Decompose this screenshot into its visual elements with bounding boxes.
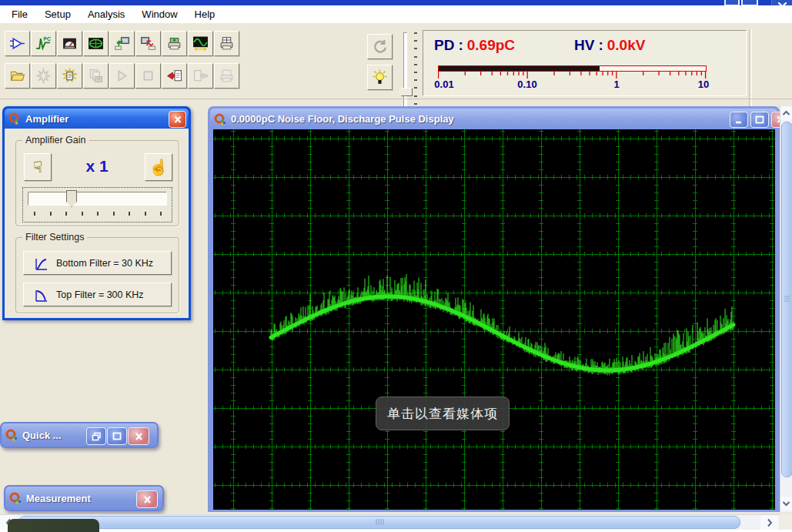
play-button[interactable] — [109, 63, 135, 89]
window-import-icon — [114, 35, 130, 52]
quick-window[interactable]: Quick ... — [0, 422, 159, 448]
scale-bar — [438, 65, 707, 72]
toolbar-row-2 — [5, 63, 240, 89]
print-grid-button[interactable] — [214, 31, 239, 56]
meter-readout: PD : 0.69pC HV : 0.0kV — [423, 37, 746, 55]
window-import-button[interactable] — [109, 31, 135, 56]
maximize-button[interactable] — [750, 112, 769, 128]
vertical-scroll-thumb[interactable] — [781, 122, 792, 477]
bottom-filter-button[interactable]: Bottom Filter = 30 KHz — [23, 251, 172, 275]
amplifier-titlebar[interactable]: Amplifier — [5, 109, 189, 129]
pd-separator: : — [454, 37, 466, 54]
refresh-icon — [372, 38, 388, 55]
maximize-button[interactable] — [107, 427, 127, 445]
app-icon — [9, 492, 22, 504]
scale-labels: 0.01 0.10 1 10 — [438, 79, 707, 91]
oscilloscope-graticule — [213, 129, 775, 510]
pd-hv-meter-panel: PD : 0.69pC HV : 0.0kV 0.01 0.10 — [423, 30, 747, 96]
outer-titlebar — [0, 0, 792, 5]
close-button[interactable] — [771, 112, 780, 128]
meter-button[interactable] — [57, 31, 82, 56]
close-button[interactable] — [169, 111, 186, 128]
menu-bar: File Setup Analysis Window Help — [0, 5, 792, 22]
measurement-window[interactable]: Measurement — [4, 485, 164, 511]
menu-file[interactable]: File — [3, 7, 36, 22]
lightbulb-button[interactable] — [367, 65, 393, 90]
amplifier-body: Amplifier Gain ☟ ☝ x 1 Filter Settings B… — [5, 129, 189, 318]
pd-label: PD — [434, 37, 454, 54]
toolbar: PC PD : 0.69pC HV : 0.0kV — [0, 22, 792, 99]
scrollbar-corner — [780, 514, 792, 530]
window-export-icon — [140, 35, 156, 52]
minimize-icon — [734, 115, 744, 124]
horizontal-scroll-thumb[interactable] — [18, 516, 740, 529]
scale-label-010: 0.10 — [517, 79, 536, 90]
lightbulb-icon — [372, 69, 388, 85]
gain-value: x 1 — [62, 157, 132, 176]
amplifier-button[interactable] — [5, 31, 30, 56]
slider-thumb[interactable] — [398, 88, 413, 96]
close-icon — [142, 495, 152, 504]
scroll-down-button[interactable] — [780, 497, 792, 510]
gain-slider[interactable] — [22, 187, 172, 223]
menu-analysis[interactable]: Analysis — [79, 7, 133, 22]
meter-range-slider[interactable] — [396, 31, 422, 115]
app-icon — [5, 429, 18, 441]
calibration-burst-button[interactable] — [31, 63, 56, 89]
window-export-button[interactable] — [135, 31, 161, 56]
amplifier-icon — [9, 35, 25, 52]
gain-decrease-button[interactable]: ☟ — [24, 153, 52, 181]
filter-group-label: Filter Settings — [22, 232, 87, 243]
pd-pulse-button[interactable]: PC — [31, 31, 56, 56]
export-doc-icon — [166, 68, 182, 84]
svg-text:PC: PC — [44, 36, 52, 42]
menu-setup[interactable]: Setup — [36, 7, 79, 22]
scope-ellipse-button[interactable] — [83, 31, 109, 56]
waveform-span-button[interactable] — [188, 31, 213, 56]
partial-tooltip — [8, 519, 99, 532]
scope-display[interactable]: 单击以查看媒体项 — [213, 129, 775, 510]
gain-slider-track — [28, 192, 167, 206]
thumb-grip — [784, 295, 790, 303]
restore-button[interactable] — [86, 427, 106, 445]
forward-doc-button[interactable] — [188, 63, 213, 89]
menu-help[interactable]: Help — [186, 7, 224, 22]
chevron-up-icon — [782, 110, 790, 116]
open-folder-icon — [9, 68, 25, 84]
close-button[interactable] — [136, 490, 158, 508]
hv-separator: : — [594, 37, 607, 54]
calibration-burst-icon — [35, 68, 52, 84]
hand-down-icon: ☟ — [33, 158, 42, 176]
top-filter-button[interactable]: Top Filter = 300 KHz — [23, 283, 172, 306]
close-button[interactable] — [128, 427, 149, 445]
scope-window-title: 0.0000pC Noise Floor, Discharge Pulse Di… — [231, 113, 454, 125]
printer-button[interactable] — [214, 63, 239, 89]
bottom-filter-label: Bottom Filter = 30 KHz — [56, 258, 153, 269]
menu-window[interactable]: Window — [133, 7, 185, 22]
maximize-icon — [755, 115, 764, 124]
hv-label: HV — [574, 37, 594, 54]
save-docs-button[interactable] — [83, 63, 109, 89]
close-icon — [173, 115, 182, 124]
pd-log-scale: 0.01 0.10 1 10 — [438, 65, 707, 93]
meter-icon — [62, 35, 78, 52]
new-test-doc-button[interactable] — [57, 63, 82, 89]
scope-titlebar[interactable]: 0.0000pC Noise Floor, Discharge Pulse Di… — [210, 109, 777, 129]
vertical-scrollbar[interactable] — [780, 106, 792, 512]
scale-label-001: 0.01 — [434, 79, 453, 90]
filter-settings-group: Filter Settings Bottom Filter = 30 KHz T… — [15, 237, 179, 313]
stop-button[interactable] — [135, 63, 161, 89]
gain-group-label: Amplifier Gain — [22, 135, 89, 146]
minimize-button[interactable] — [730, 112, 748, 128]
open-folder-button[interactable] — [5, 63, 30, 89]
export-doc-button[interactable] — [162, 63, 187, 89]
toolbar-separator — [0, 99, 792, 99]
gain-increase-button[interactable]: ☝ — [145, 153, 172, 181]
scroll-right-button[interactable] — [760, 515, 779, 530]
horizontal-scrollbar[interactable] — [0, 514, 779, 530]
refresh-button[interactable] — [367, 34, 393, 59]
waveform-span-icon — [192, 35, 209, 52]
print-screen-button[interactable] — [162, 31, 187, 56]
media-overlay-tooltip[interactable]: 单击以查看媒体项 — [376, 396, 510, 430]
scroll-up-button[interactable] — [780, 106, 792, 120]
